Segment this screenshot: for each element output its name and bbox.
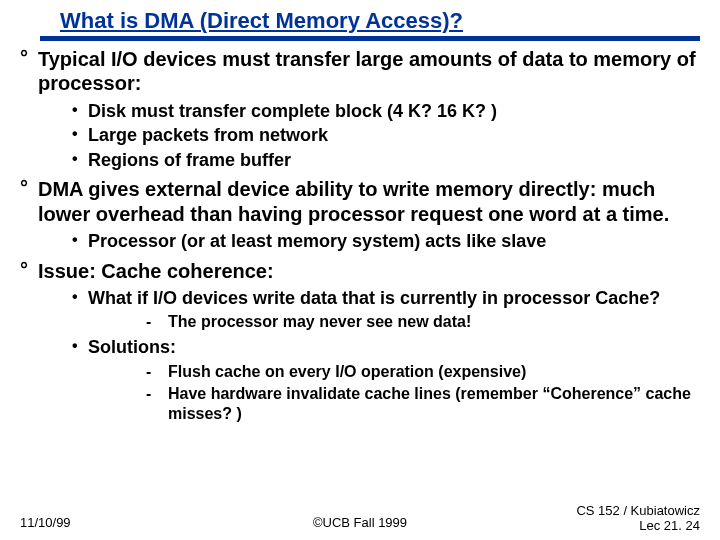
bullet-2-sublist: Processor (or at least memory system) ac…	[38, 230, 700, 253]
sub-3-1: What if I/O devices write data that is c…	[72, 287, 700, 333]
sub-1-1: Disk must transfer complete block (4 K? …	[72, 100, 700, 123]
bullet-3-text: Issue: Cache coherence:	[38, 260, 274, 282]
main-list: Typical I/O devices must transfer large …	[20, 47, 700, 424]
sub-3-2: Solutions: Flush cache on every I/O oper…	[72, 336, 700, 424]
dash-3-2-1: Flush cache on every I/O operation (expe…	[146, 362, 700, 382]
bullet-1: Typical I/O devices must transfer large …	[20, 47, 700, 171]
title-underline	[40, 36, 700, 41]
sub-3-1-dashlist: The processor may never see new data!	[88, 312, 700, 332]
footer-course: CS 152 / Kubiatowicz Lec 21. 24	[576, 503, 700, 534]
footer-course-line2: Lec 21. 24	[576, 518, 700, 534]
dash-3-1-1: The processor may never see new data!	[146, 312, 700, 332]
bullet-1-text: Typical I/O devices must transfer large …	[38, 48, 696, 94]
bullet-1-sublist: Disk must transfer complete block (4 K? …	[38, 100, 700, 172]
sub-3-1-text: What if I/O devices write data that is c…	[88, 288, 660, 308]
bullet-3: Issue: Cache coherence: What if I/O devi…	[20, 259, 700, 424]
slide-title: What is DMA (Direct Memory Access)?	[60, 8, 700, 34]
sub-1-3: Regions of frame buffer	[72, 149, 700, 172]
bullet-2: DMA gives external device ability to wri…	[20, 177, 700, 252]
bullet-2-text: DMA gives external device ability to wri…	[38, 178, 669, 224]
dash-3-2-2: Have hardware invalidate cache lines (re…	[146, 384, 700, 424]
sub-3-2-text: Solutions:	[88, 337, 176, 357]
sub-3-2-dashlist: Flush cache on every I/O operation (expe…	[88, 362, 700, 424]
sub-2-1: Processor (or at least memory system) ac…	[72, 230, 700, 253]
footer-course-line1: CS 152 / Kubiatowicz	[576, 503, 700, 519]
sub-1-2: Large packets from network	[72, 124, 700, 147]
slide: What is DMA (Direct Memory Access)? Typi…	[0, 0, 720, 540]
bullet-3-sublist: What if I/O devices write data that is c…	[38, 287, 700, 424]
